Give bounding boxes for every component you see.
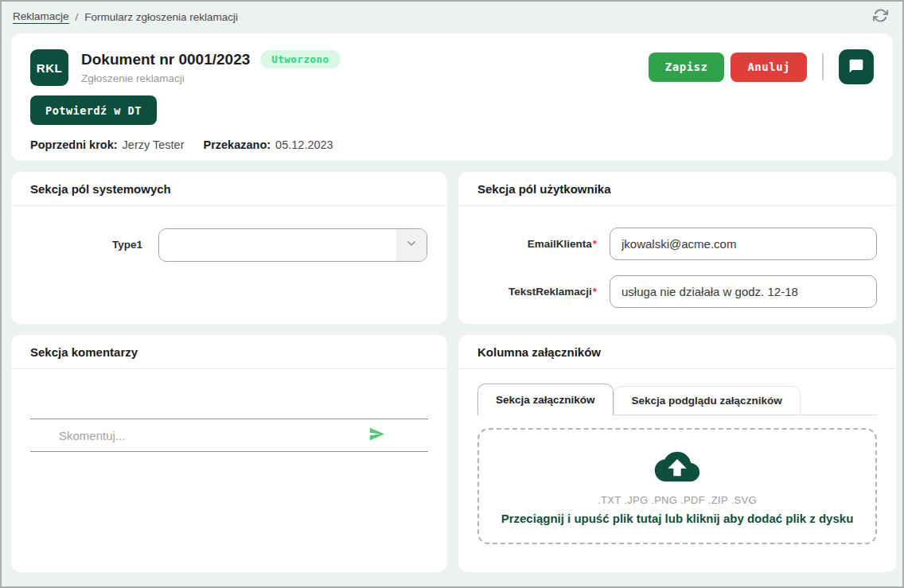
field-label-emailklienta: EmailKlienta* xyxy=(477,238,597,250)
top-bar: Reklamacje / Formularz zgłoszenia reklam… xyxy=(2,2,902,32)
prev-step-value: Jerzy Tester xyxy=(123,138,185,151)
comment-input-row xyxy=(30,419,428,452)
tekstreklamacji-field[interactable] xyxy=(610,275,877,308)
page-title: Dokument nr 0001/2023 xyxy=(81,51,250,68)
tab-attachments-preview[interactable]: Sekcja podglądu załączników xyxy=(614,386,801,415)
attachments-tabbar: Sekcja załączników Sekcja podglądu załąc… xyxy=(477,384,877,415)
document-subtitle: Zgłoszenie reklamacji xyxy=(81,72,341,84)
required-asterisk: * xyxy=(593,238,597,250)
paper-plane-icon xyxy=(368,426,385,445)
required-asterisk: * xyxy=(593,286,597,298)
card-system-fields: Sekcja pól systemowych Type1 xyxy=(11,172,447,324)
comment-input[interactable] xyxy=(59,429,368,442)
breadcrumb: Reklamacje / Formularz zgłoszenia reklam… xyxy=(13,10,238,24)
section-title-comments: Sekcja komentarzy xyxy=(11,335,447,369)
chat-bubble-icon xyxy=(848,58,864,76)
card-user-fields: Sekcja pól użytkownika EmailKlienta* Tek… xyxy=(458,172,896,324)
section-title-system: Sekcja pól systemowych xyxy=(11,172,447,206)
dropzone-hint: Przeciągnij i upuść plik tutaj lub klikn… xyxy=(501,512,854,525)
card-comments: Sekcja komentarzy xyxy=(11,335,447,572)
workflow-meta: Poprzedni krok: Jerzy Tester Przekazano:… xyxy=(30,138,874,151)
section-title-user: Sekcja pól użytkownika xyxy=(458,172,896,206)
prev-step-label: Poprzedni krok: xyxy=(30,138,118,151)
document-type-badge: RKL xyxy=(30,49,68,86)
card-attachments: Kolumna załączników Sekcja załączników S… xyxy=(458,335,896,572)
breadcrumb-link-reklamacje[interactable]: Reklamacje xyxy=(13,10,69,24)
type1-select[interactable] xyxy=(158,228,427,262)
allowed-extensions: .TXT .JPG .PNG .PDF .ZIP .SVG xyxy=(598,494,757,506)
actions-divider xyxy=(822,53,824,80)
file-dropzone[interactable]: .TXT .JPG .PNG .PDF .ZIP .SVG Przeciągni… xyxy=(477,428,877,544)
status-badge: Utworzono xyxy=(260,50,340,68)
tabbar-filler xyxy=(801,384,877,415)
field-label-type1: Type1 xyxy=(30,228,142,262)
cancel-button[interactable]: Anuluj xyxy=(731,53,807,82)
breadcrumb-current: Formularz zgłoszenia reklamacji xyxy=(84,11,238,23)
content-grid: Sekcja pól systemowych Type1 Sekcja pól … xyxy=(11,172,893,572)
tab-attachments[interactable]: Sekcja załączników xyxy=(477,384,614,415)
document-header-card: RKL Dokument nr 0001/2023 Utworzono Zgło… xyxy=(11,33,893,161)
confirm-dt-button[interactable]: Potwierdź w DT xyxy=(30,95,157,125)
section-title-attachments: Kolumna załączników xyxy=(458,335,896,369)
comments-chat-button[interactable] xyxy=(839,49,874,84)
refresh-icon xyxy=(873,8,888,25)
send-comment-button[interactable] xyxy=(368,426,385,445)
breadcrumb-separator: / xyxy=(76,11,79,23)
handed-over-value: 05.12.2023 xyxy=(275,138,333,151)
select-arrow-strip xyxy=(396,229,427,261)
emailklienta-field[interactable] xyxy=(610,228,877,260)
refresh-button[interactable] xyxy=(873,8,888,25)
save-button[interactable]: Zapisz xyxy=(649,53,725,82)
field-label-tekstreklamacji: TekstReklamacji* xyxy=(477,286,597,298)
cloud-upload-icon xyxy=(653,448,702,489)
chevron-down-icon xyxy=(405,237,418,253)
handed-over-label: Przekazano: xyxy=(203,138,271,151)
